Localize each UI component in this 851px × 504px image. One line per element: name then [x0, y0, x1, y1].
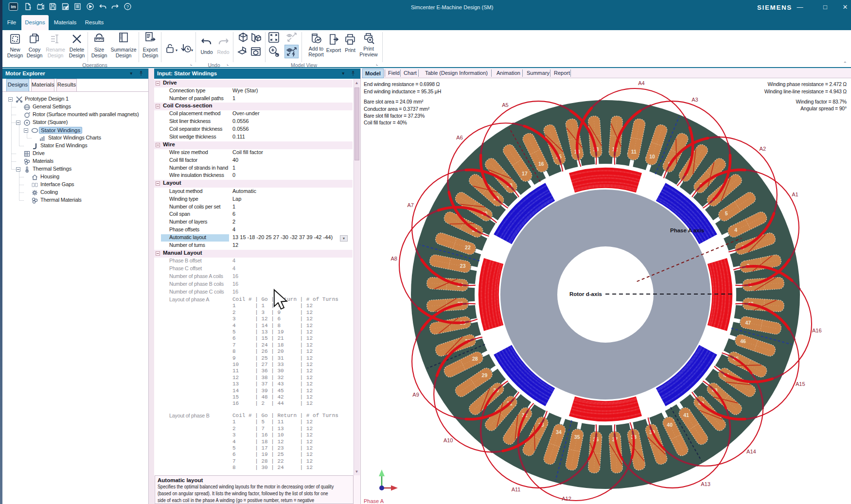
svg-text:A16: A16: [812, 328, 822, 333]
svg-text:A6: A6: [456, 135, 462, 140]
svg-text:A3: A3: [691, 97, 698, 103]
svg-text:35: 35: [574, 434, 580, 440]
svg-text:A7: A7: [407, 202, 413, 208]
svg-text:16: 16: [538, 161, 544, 167]
svg-text:11: 11: [631, 149, 637, 155]
svg-text:10: 10: [649, 154, 655, 159]
svg-text:46: 46: [740, 338, 746, 344]
svg-text:A2: A2: [760, 146, 766, 152]
svg-text:A13: A13: [701, 481, 710, 487]
svg-text:A15: A15: [796, 381, 805, 387]
svg-text:Phase A axis: Phase A axis: [670, 227, 704, 233]
svg-text:A5: A5: [502, 102, 508, 108]
svg-text:A9: A9: [412, 392, 419, 398]
svg-text:A12: A12: [562, 496, 571, 502]
svg-text:22: 22: [465, 244, 471, 250]
svg-text:A4: A4: [638, 80, 644, 86]
svg-text:A14: A14: [746, 449, 756, 454]
svg-text:17: 17: [522, 171, 528, 176]
svg-text:A11: A11: [512, 487, 521, 492]
svg-text:28: 28: [472, 356, 478, 362]
svg-text:A1: A1: [792, 191, 798, 197]
svg-text:23: 23: [460, 263, 466, 269]
svg-text:?: ?: [126, 4, 129, 9]
svg-text:4: 4: [734, 227, 737, 233]
svg-text:29: 29: [482, 372, 488, 378]
svg-text:34: 34: [556, 429, 562, 435]
svg-text:A10: A10: [443, 437, 453, 443]
svg-text:41: 41: [683, 412, 689, 418]
svg-text:5: 5: [725, 210, 728, 216]
svg-text:40: 40: [667, 422, 673, 428]
svg-text:Rotor d-axis: Rotor d-axis: [569, 291, 602, 297]
svg-text:47: 47: [745, 320, 751, 326]
svg-text:A8: A8: [390, 256, 397, 261]
svg-text:Phase A: Phase A: [364, 498, 384, 504]
